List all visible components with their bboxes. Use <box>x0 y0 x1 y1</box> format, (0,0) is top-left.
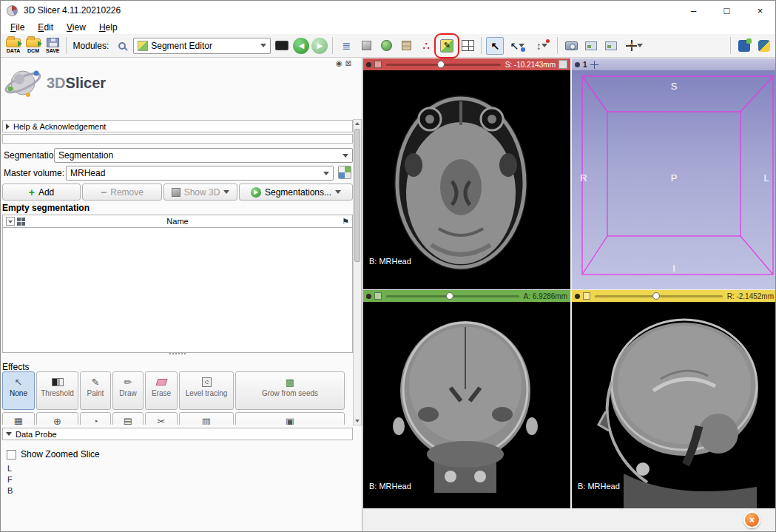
markup-arrow-button[interactable]: ↕ <box>530 37 553 55</box>
show-zoomed-slice-checkbox[interactable] <box>7 450 16 459</box>
sample-data-button[interactable] <box>397 37 415 55</box>
markup-dots-icon: ∴ <box>423 41 430 51</box>
effect-threshold-button[interactable]: Threshold <box>36 371 78 410</box>
effect-hollow-button[interactable]: ◔ <box>80 412 111 425</box>
scene-view-restore-button[interactable] <box>602 37 620 55</box>
effect-none-button[interactable]: ↖ None <box>2 371 35 410</box>
segment-table-body[interactable] <box>2 228 353 353</box>
slider-handle[interactable] <box>652 292 660 300</box>
yellow-slice-canvas[interactable]: B: MRHead <box>572 302 776 508</box>
crosshair-icon <box>626 40 637 51</box>
mouse-interaction-button[interactable]: ↖ <box>486 37 504 55</box>
crosshair-button[interactable] <box>622 37 646 55</box>
pin-icon[interactable] <box>366 294 371 299</box>
effect-scissors-button[interactable]: ✂ <box>145 412 178 425</box>
effect-draw-button[interactable]: ✏ Draw <box>112 371 144 410</box>
effect-smoothing-button[interactable]: ▤ <box>112 412 144 425</box>
panel-pin-button[interactable]: ◉ <box>336 60 343 67</box>
title-bar: 3D Slicer 4.11.20210226 – □ × <box>1 1 776 20</box>
segment-editor-toolbar-button[interactable]: ✎ <box>440 39 453 53</box>
help-acknowledgement-section[interactable]: Help & Acknowledgement <box>2 120 353 132</box>
effect-logical-operators-button[interactable]: ▣ <box>235 412 345 425</box>
python-console-button[interactable] <box>755 37 773 55</box>
slice-menu-icon[interactable] <box>583 292 590 300</box>
place-point-button[interactable]: ↖ <box>506 37 528 55</box>
pin-icon[interactable] <box>575 294 580 299</box>
module-panel: ◉ ⊠ 3DSlicer Help & Acknowledgement Segm… <box>1 58 362 532</box>
effect-margin-button[interactable]: ⊕ <box>36 412 78 425</box>
main-toolbar: DATA DCM SAVE Modules: Segment Editor ◀ … <box>1 34 776 58</box>
red-slice-canvas[interactable]: B: MRHead <box>363 70 570 289</box>
pin-icon[interactable] <box>575 62 580 67</box>
modules-list-button[interactable]: ≣ <box>337 37 355 55</box>
load-dicom-button[interactable]: DCM <box>24 38 42 54</box>
effect-level-tracing-button[interactable]: Level tracing <box>179 371 234 410</box>
level-tracing-icon <box>202 376 212 388</box>
remove-segment-button[interactable]: − Remove <box>82 183 162 201</box>
module-back-button[interactable]: ◀ <box>293 38 309 54</box>
load-data-button[interactable]: DATA <box>4 38 22 54</box>
red-point-icon <box>546 39 550 43</box>
resize-handle[interactable] <box>169 353 186 354</box>
panel-close-button[interactable]: ⊠ <box>345 60 351 67</box>
menu-view[interactable]: View <box>60 22 92 33</box>
slider-handle[interactable] <box>437 61 445 68</box>
collapsed-strip <box>2 134 353 144</box>
menu-file[interactable]: File <box>4 22 31 33</box>
specify-geometry-button[interactable] <box>338 166 351 179</box>
link-views-button[interactable] <box>559 60 567 69</box>
chevron-down-icon <box>637 44 643 47</box>
cursor-icon: ↖ <box>490 41 499 51</box>
scrollbar-thumb[interactable] <box>354 129 360 262</box>
volume-rendering-button[interactable] <box>357 37 375 55</box>
center-view-icon[interactable] <box>590 61 598 69</box>
scene-view-capture-button[interactable] <box>582 37 600 55</box>
extensions-manager-button[interactable] <box>735 37 753 55</box>
segmentations-button[interactable]: ▶ Segmentations... <box>239 183 353 201</box>
hollow-icon: ◔ <box>92 415 98 425</box>
scroll-up-icon[interactable] <box>355 122 360 125</box>
red-slice-offset: S: -10.2143mm <box>505 61 556 69</box>
markups-module-button[interactable]: ∴ <box>417 37 435 55</box>
show-3d-button[interactable]: Show 3D <box>163 183 237 201</box>
data-probe-section[interactable]: Data Probe <box>2 428 353 440</box>
margin-icon: ⊕ <box>53 415 61 425</box>
threed-canvas[interactable]: S R P L I <box>572 70 776 289</box>
slice-menu-icon[interactable] <box>374 61 382 68</box>
red-slice-slider[interactable] <box>385 58 502 70</box>
green-slice-slider[interactable] <box>385 290 521 302</box>
maximize-button[interactable]: □ <box>710 1 743 20</box>
layout-selector-button[interactable] <box>459 37 476 55</box>
scroll-down-icon[interactable] <box>355 420 360 422</box>
effect-fill-between-slices-button[interactable]: ▦ <box>2 412 35 425</box>
save-button[interactable]: SAVE <box>44 37 61 54</box>
module-search-button[interactable] <box>113 37 131 55</box>
yellow-slice-offset: R: -2.1452mm <box>727 292 774 300</box>
module-history-button[interactable] <box>273 37 291 55</box>
segmentation-selector[interactable]: Segmentation <box>54 148 353 163</box>
module-forward-button[interactable]: ▶ <box>311 38 328 54</box>
yellow-slice-slider[interactable] <box>593 290 724 302</box>
module-selector[interactable]: Segment Editor <box>133 38 271 54</box>
add-segment-button[interactable]: + Add <box>2 183 81 201</box>
green-slice-canvas[interactable]: B: MRHead <box>363 302 570 508</box>
slice-menu-icon[interactable] <box>374 292 382 300</box>
screenshot-button[interactable] <box>562 37 580 55</box>
menu-help[interactable]: Help <box>92 22 124 33</box>
slider-handle[interactable] <box>446 292 453 300</box>
effect-islands-button[interactable]: ▥ <box>179 412 234 425</box>
minimize-button[interactable]: – <box>677 1 710 20</box>
orientation-r: R <box>580 172 587 183</box>
master-volume-selector[interactable]: MRHead <box>66 166 334 181</box>
menu-edit[interactable]: Edit <box>31 22 60 33</box>
error-log-close-button[interactable]: × <box>743 511 760 528</box>
effect-paint-button[interactable]: ✎ Paint <box>80 371 111 410</box>
effect-grow-from-seeds-button[interactable]: ▩ Grow from seeds <box>235 371 345 410</box>
threed-view-header: 1 <box>572 58 776 70</box>
pin-icon[interactable] <box>366 62 371 67</box>
red-slice-view: S: -10.2143mm B: MR <box>363 58 570 289</box>
close-button[interactable]: × <box>743 1 776 20</box>
extensions-catalog-button[interactable] <box>377 37 395 55</box>
effect-erase-button[interactable]: Erase <box>145 371 178 410</box>
panel-scrollbar[interactable] <box>353 119 362 425</box>
